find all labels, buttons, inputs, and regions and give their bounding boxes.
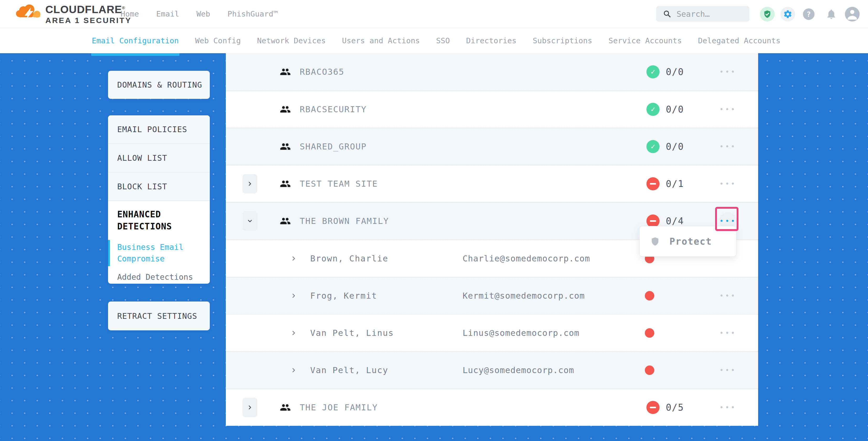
expander-button[interactable] — [243, 174, 257, 193]
table-row: RBACSECURITY ✓ 0/0 ••• — [226, 90, 758, 128]
cloudflare-logo: CLOUDFLARE® AREA 1 SECURITY — [14, 2, 132, 25]
shield-check-icon[interactable] — [760, 7, 775, 22]
tab-delegated-accounts[interactable]: Delegated Accounts — [698, 28, 780, 53]
row-actions-button[interactable]: ••• — [716, 143, 740, 151]
group-people-icon — [280, 178, 291, 189]
status-dot-icon — [645, 366, 654, 375]
chevron-icon — [247, 404, 253, 411]
protection-count: 0/0 — [666, 141, 684, 152]
group-people-icon — [280, 66, 291, 77]
top-header: CLOUDFLARE® AREA 1 SECURITY HomeEmailWeb… — [0, 0, 868, 28]
sidebar-item-added-detections[interactable]: Added Detections — [117, 273, 200, 282]
table-row: Frog, Kermit Kermit@somedemocorp.com ••• — [226, 277, 758, 314]
row-actions-button[interactable]: ••• — [716, 68, 740, 76]
tab-email-configuration[interactable]: Email Configuration — [92, 28, 179, 53]
member-chevron-icon[interactable] — [290, 367, 297, 374]
chevron-icon — [247, 218, 253, 224]
user-avatar-icon[interactable] — [845, 7, 860, 22]
row-name: RBACSECURITY — [300, 104, 367, 114]
top-nav-web[interactable]: Web — [196, 9, 210, 18]
notifications-bell-icon[interactable] — [825, 7, 838, 21]
shield-icon — [650, 237, 660, 247]
sidebar-label: DOMAINS & ROUTING — [117, 80, 202, 89]
status-badge — [646, 215, 659, 228]
row-name: SHARED_GROUP — [300, 141, 367, 152]
sidebar-item-email-policies[interactable]: EMAIL POLICIES — [108, 115, 210, 144]
protection-count: 0/0 — [666, 67, 684, 77]
member-chevron-icon[interactable] — [290, 255, 297, 262]
help-icon[interactable]: ? — [803, 8, 814, 20]
sidebar-item-allow-list[interactable]: ALLOW LIST — [108, 144, 210, 172]
search-placeholder: Search… — [677, 9, 710, 19]
help-glyph: ? — [807, 10, 811, 18]
search-box[interactable]: Search… — [656, 6, 749, 22]
row-name: RBACO365 — [300, 67, 344, 77]
row-email: Kermit@somedemocorp.com — [463, 291, 585, 301]
settings-gear-icon[interactable] — [780, 7, 795, 22]
top-nav-email[interactable]: Email — [156, 9, 179, 18]
status-glyph: ✓ — [651, 106, 655, 113]
row-email: Charlie@somedemocorp.com — [463, 254, 590, 263]
member-chevron-icon[interactable] — [290, 292, 297, 299]
status-glyph: ✓ — [651, 68, 655, 75]
top-nav: HomeEmailWebPhishGuard™ — [121, 0, 278, 28]
row-name: Brown, Charlie — [310, 254, 389, 263]
tab-users-and-actions[interactable]: Users and Actions — [342, 28, 420, 53]
logo-brand: CLOUDFLARE® — [45, 2, 132, 15]
expander-button[interactable] — [243, 211, 257, 231]
tab-network-devices[interactable]: Network Devices — [257, 28, 326, 53]
row-name: TEST TEAM SITE — [300, 179, 378, 189]
top-nav-home[interactable]: Home — [121, 9, 139, 18]
enhanced-detections-title[interactable]: ENHANCED DETECTIONS — [117, 209, 200, 232]
row-context-menu: Protect — [639, 226, 736, 257]
chevron-icon — [247, 181, 253, 187]
status-badge — [646, 177, 659, 190]
status-dot-icon — [645, 291, 654, 301]
status-badge: ✓ — [646, 140, 659, 153]
tab-bar: Email ConfigurationWeb ConfigNetwork Dev… — [0, 28, 868, 53]
status-badge: ✓ — [646, 65, 659, 78]
menu-item-protect[interactable]: Protect — [670, 236, 712, 247]
table-row: Van Pelt, Lucy Lucy@somedemocorp.com ••• — [226, 351, 758, 388]
tab-subscriptions[interactable]: Subscriptions — [533, 28, 592, 53]
table-row: SHARED_GROUP ✓ 0/0 ••• — [226, 128, 758, 165]
protection-count: 0/0 — [666, 104, 684, 115]
search-icon — [663, 10, 671, 18]
expander-button[interactable] — [243, 398, 257, 417]
tab-sso[interactable]: SSO — [436, 28, 450, 53]
member-chevron-icon[interactable] — [290, 329, 297, 336]
sidebar-item-retract-settings[interactable]: RETRACT SETTINGS — [108, 302, 210, 330]
sidebar-label: RETRACT SETTINGS — [117, 312, 197, 321]
row-name: THE JOE FAMILY — [300, 403, 378, 412]
row-actions-button[interactable]: ••• — [716, 329, 740, 337]
table-row: THE JOE FAMILY 0/5 ••• — [226, 388, 758, 426]
tab-web-config[interactable]: Web Config — [195, 28, 241, 53]
status-glyph: ✓ — [651, 143, 655, 150]
row-email: Lucy@somedemocorp.com — [463, 365, 574, 375]
row-actions-button[interactable]: ••• — [716, 366, 740, 374]
protection-count: 0/5 — [666, 402, 684, 413]
row-actions-button[interactable]: ••• — [716, 292, 740, 300]
row-actions-button[interactable]: ••• — [716, 105, 740, 113]
group-people-icon — [280, 141, 291, 152]
table-row: Van Pelt, Linus Linus@somedemocorp.com •… — [226, 314, 758, 351]
status-dot-icon — [645, 328, 654, 338]
sidebar-item-block-list[interactable]: BLOCK LIST — [108, 172, 210, 201]
row-actions-button[interactable]: ••• — [716, 404, 740, 411]
status-badge — [646, 401, 659, 414]
sidebar-item-domains-routing[interactable]: DOMAINS & ROUTING — [108, 71, 210, 99]
tab-service-accounts[interactable]: Service Accounts — [609, 28, 682, 53]
sidebar-item-business-email-compromise[interactable]: Business Email Compromise — [117, 242, 200, 264]
row-name: THE BROWN FAMILY — [300, 216, 389, 226]
row-actions-button[interactable]: ••• — [716, 180, 740, 188]
sidebar-section-enhanced-detections: ENHANCED DETECTIONS Business Email Compr… — [108, 201, 210, 282]
group-people-icon — [280, 402, 291, 413]
row-actions-button[interactable]: ••• — [716, 217, 740, 225]
status-badge: ✓ — [646, 103, 659, 116]
row-name: Frog, Kermit — [310, 291, 377, 301]
group-people-icon — [280, 216, 291, 226]
logo-product: AREA 1 SECURITY — [45, 16, 132, 25]
protection-count: 0/4 — [666, 216, 684, 226]
tab-directories[interactable]: Directories — [466, 28, 516, 53]
top-nav-phishguard[interactable]: PhishGuard™ — [228, 9, 278, 18]
